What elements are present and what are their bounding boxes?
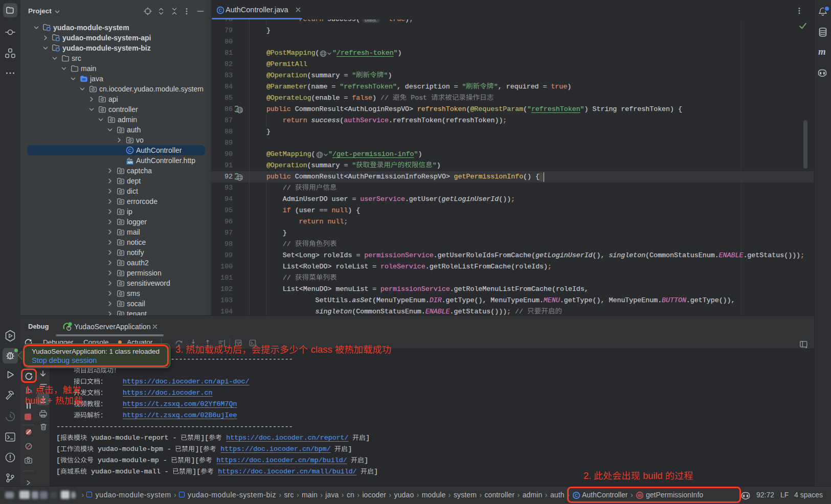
svg-text:C: C	[219, 8, 222, 13]
svg-text:C: C	[128, 147, 132, 153]
svg-text:API: API	[127, 161, 132, 164]
